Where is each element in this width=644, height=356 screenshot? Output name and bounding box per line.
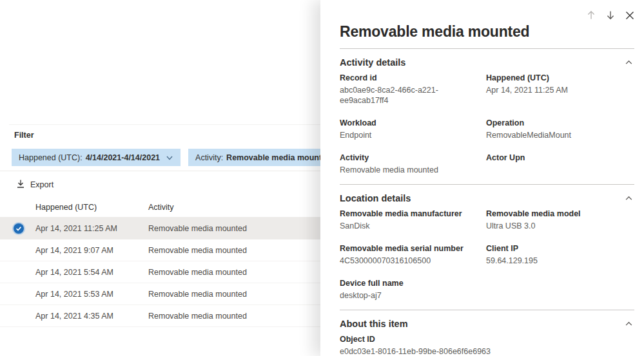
field-value: RemovableMediaMount bbox=[486, 130, 634, 140]
section-header-activity-details: Activity details bbox=[340, 57, 634, 68]
field-label: Removable media model bbox=[486, 209, 634, 219]
row-happened: Apr 14, 2021 9:07 AM bbox=[35, 246, 113, 255]
row-activity: Removable media mounted bbox=[148, 290, 247, 299]
chevron-up-icon[interactable] bbox=[623, 192, 634, 204]
row-activity: Removable media mounted bbox=[148, 268, 247, 277]
field-label: Client IP bbox=[486, 243, 634, 254]
row-happened: Apr 14, 2021 11:25 AM bbox=[35, 224, 117, 233]
field-value: Removable media mounted bbox=[340, 165, 486, 175]
row-activity: Removable media mounted bbox=[148, 246, 247, 255]
section-header-location-details: Location details bbox=[340, 192, 634, 204]
chevron-down-icon[interactable] bbox=[166, 154, 173, 162]
field-value: Ultra USB 3.0 bbox=[486, 221, 634, 231]
close-icon[interactable] bbox=[623, 8, 636, 22]
section-divider bbox=[340, 310, 634, 310]
filter-chips: Happened (UTC): 4/14/2021-4/14/2021 Acti… bbox=[12, 149, 353, 166]
export-button[interactable]: Export bbox=[16, 176, 54, 193]
previous-item-button[interactable] bbox=[584, 8, 598, 22]
field-value: 59.64.129.195 bbox=[486, 256, 634, 266]
column-header-activity[interactable]: Activity bbox=[148, 203, 174, 212]
section-fields: Object IDe0dc03e1-8016-11eb-99be-806e6f6… bbox=[340, 334, 634, 356]
section-heading: About this item bbox=[340, 319, 408, 329]
field-label: Actor Upn bbox=[486, 153, 634, 163]
section-divider bbox=[340, 184, 634, 185]
field-value: e0dc03e1-8016-11eb-99be-806e6f6e6963 bbox=[340, 346, 634, 356]
field-value bbox=[486, 165, 634, 175]
chip-name: Activity: bbox=[195, 153, 223, 162]
filter-label: Filter bbox=[14, 131, 34, 140]
column-header-happened[interactable]: Happened (UTC) bbox=[35, 203, 97, 212]
field-label: Happened (UTC) bbox=[486, 73, 634, 83]
chip-value: 4/14/2021-4/14/2021 bbox=[86, 153, 160, 162]
section-header-about-this-item: About this item bbox=[340, 318, 634, 330]
chip-name: Happened (UTC): bbox=[19, 153, 83, 162]
export-label: Export bbox=[30, 180, 54, 189]
details-panel: Removable media mounted Activity details… bbox=[320, 0, 644, 356]
field-value: 4C530000070316106500 bbox=[340, 256, 486, 266]
chevron-up-icon[interactable] bbox=[623, 318, 634, 330]
filter-chip-happened[interactable]: Happened (UTC): 4/14/2021-4/14/2021 bbox=[12, 149, 181, 166]
next-item-button[interactable] bbox=[603, 8, 617, 22]
section-divider bbox=[340, 48, 634, 49]
chevron-up-icon[interactable] bbox=[623, 57, 634, 68]
panel-nav bbox=[584, 8, 636, 22]
field-label: Object ID bbox=[340, 334, 634, 344]
chip-value: Removable media mounted bbox=[226, 153, 331, 162]
field-label: Workload bbox=[340, 118, 486, 128]
field-label: Operation bbox=[486, 118, 634, 128]
section-fields: Record idabc0ae9c-8ca2-466c-a221-ee9acab… bbox=[340, 73, 634, 187]
section-heading: Location details bbox=[340, 193, 411, 203]
field-value: Apr 14, 2021 11:25 AM bbox=[486, 85, 634, 95]
field-value: desktop-aj7 bbox=[340, 290, 486, 301]
field-label: Device full name bbox=[340, 278, 486, 288]
row-activity: Removable media mounted bbox=[148, 224, 247, 233]
field-label: Record id bbox=[340, 73, 486, 83]
audit-activity-screen: Filter Happened (UTC): 4/14/2021-4/14/20… bbox=[0, 0, 644, 356]
field-value: Endpoint bbox=[340, 130, 486, 140]
row-happened: Apr 14, 2021 4:35 AM bbox=[35, 312, 113, 321]
panel-title: Removable media mounted bbox=[340, 22, 634, 41]
section-heading: Activity details bbox=[340, 57, 405, 68]
section-fields: Removable media manufacturerSanDisk Remo… bbox=[340, 209, 634, 313]
field-label: Removable media manufacturer bbox=[340, 209, 486, 219]
check-circle-icon[interactable] bbox=[14, 223, 24, 234]
field-label: Removable media serial number bbox=[340, 243, 486, 254]
field-value: abc0ae9c-8ca2-466c-a221-ee9acab17ff4 bbox=[340, 85, 486, 106]
field-label: Activity bbox=[340, 153, 486, 163]
row-happened: Apr 14, 2021 5:54 AM bbox=[35, 268, 113, 277]
field-value: SanDisk bbox=[340, 221, 486, 231]
row-happened: Apr 14, 2021 5:53 AM bbox=[35, 290, 113, 299]
download-icon bbox=[16, 179, 25, 191]
row-activity: Removable media mounted bbox=[148, 312, 247, 321]
